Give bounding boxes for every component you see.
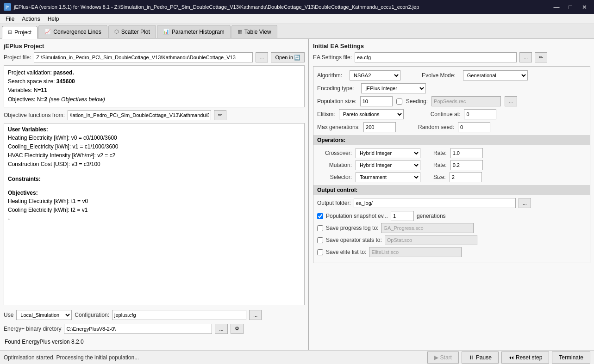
crossover-label: Crossover:: [317, 150, 352, 156]
use-select[interactable]: Local_Simulation Remote: [16, 310, 72, 320]
mutation-rate-input[interactable]: [450, 160, 483, 170]
obj-line-1: Heating Electricity [kWh]: t1 = v0: [8, 197, 300, 206]
edit-ea-settings-button[interactable]: ✏: [535, 52, 547, 62]
maximize-button[interactable]: □: [564, 2, 576, 12]
settings-energyplus-button[interactable]: ⚙: [231, 324, 244, 334]
save-elite-label: Save elite list to:: [326, 249, 366, 255]
save-operator-checkbox[interactable]: [317, 237, 323, 243]
elitism-select[interactable]: Pareto solutions None Best N: [339, 109, 404, 119]
tab-scatter[interactable]: ⬡ Scatter Plot: [108, 25, 156, 38]
project-file-input[interactable]: [34, 52, 253, 62]
population-snapshot-label: Population snapshot ev...: [326, 213, 388, 219]
pause-button[interactable]: ⏸ Pause: [462, 352, 499, 364]
energyplus-version: Found EnergyPlus version 8.2.0: [5, 338, 305, 346]
save-progress-checkbox[interactable]: [317, 225, 323, 231]
encoding-type-select[interactable]: jEPlus Integer Binary Real: [361, 83, 426, 93]
mutation-row: Mutation: Hybrid Integer Bit Flip Gaussi…: [317, 160, 586, 170]
open-in-button[interactable]: Open in 🔄: [271, 52, 305, 62]
ea-settings-input[interactable]: [355, 52, 517, 62]
close-button[interactable]: ✕: [578, 2, 590, 12]
evolve-mode-select[interactable]: Generational Steady State: [463, 70, 528, 80]
tableview-tab-icon: ▦: [238, 29, 242, 35]
output-folder-label: Output folder:: [317, 200, 351, 206]
seeding-checkbox[interactable]: [396, 99, 402, 105]
reset-step-button[interactable]: ⏮ Reset step: [501, 352, 549, 364]
browse-seeding-button[interactable]: ...: [505, 96, 517, 106]
browse-energyplus-button[interactable]: ...: [215, 324, 227, 334]
app-icon: j+: [4, 3, 11, 11]
tab-scatter-label: Scatter Plot: [121, 29, 150, 35]
menu-help[interactable]: Help: [44, 15, 63, 23]
algorithm-select[interactable]: NSGA2 SPEA2 Random: [350, 70, 400, 80]
start-button[interactable]: ▶ Start: [427, 352, 459, 364]
validation-line1: Project validation: passed.: [8, 68, 300, 77]
selector-size-label: Size:: [433, 174, 446, 180]
histogram-tab-icon: 📊: [163, 29, 169, 35]
population-snapshot-input[interactable]: [391, 211, 414, 221]
crossover-rate-input[interactable]: [450, 148, 483, 158]
status-bar: Optimisation started. Processing the ini…: [0, 350, 594, 364]
validation-line3: Variables: N=11: [8, 86, 300, 95]
save-operator-row: Save operator stats to:: [317, 235, 586, 245]
browse-output-folder-button[interactable]: ...: [519, 198, 531, 208]
tab-tableview[interactable]: ▦ Table View: [231, 25, 277, 38]
energyplus-path-input[interactable]: [64, 324, 212, 334]
max-gen-input[interactable]: [363, 122, 396, 132]
objectives-title: Objectives:: [8, 190, 300, 196]
browse-config-button[interactable]: ...: [249, 310, 262, 320]
save-operator-label: Save operator stats to:: [326, 237, 382, 243]
status-text: Optimisation started. Processing the ini…: [4, 354, 139, 361]
left-panel-title: jEPlus Project: [4, 43, 305, 49]
right-panel: Initial EA Settings EA Settings file: ..…: [309, 39, 594, 350]
menu-file[interactable]: File: [2, 15, 18, 23]
pause-icon: ⏸: [469, 354, 474, 361]
population-snapshot-checkbox[interactable]: [317, 213, 323, 219]
ea-main-box: Algorithm: NSGA2 SPEA2 Random Evolve Mod…: [313, 66, 590, 263]
project-file-label: Project file:: [4, 54, 31, 61]
elitism-row: Elitism: Pareto solutions None Best N Co…: [317, 109, 586, 119]
max-gen-label: Max generations:: [317, 124, 360, 130]
obj-func-input[interactable]: [68, 110, 211, 120]
config-input[interactable]: [112, 310, 246, 320]
seeding-input[interactable]: [431, 96, 501, 106]
tab-histogram-label: Parameter Histogram: [172, 29, 225, 35]
minimize-button[interactable]: —: [550, 2, 563, 12]
selector-size-input[interactable]: [450, 172, 482, 182]
terminate-label: Terminate: [559, 354, 583, 361]
edit-obj-func-button[interactable]: ✏: [214, 110, 226, 120]
scroll-indicator: •: [8, 216, 300, 223]
tab-project[interactable]: ⊞ Project: [2, 26, 38, 39]
population-size-label: Population size:: [317, 98, 356, 105]
mutation-select[interactable]: Hybrid Integer Bit Flip Gaussian: [356, 160, 420, 170]
project-tab-icon: ⊞: [8, 29, 12, 35]
operators-section: Operators:: [313, 135, 590, 145]
pause-label: Pause: [476, 354, 492, 361]
reset-step-label: Reset step: [516, 354, 542, 361]
browse-ea-settings-button[interactable]: ...: [519, 52, 532, 62]
save-progress-label: Save progress log to:: [326, 225, 378, 231]
constraints-title: Constraints:: [8, 176, 300, 182]
encoding-type-label: Encoding type:: [317, 85, 354, 92]
convergence-tab-icon: 📈: [44, 29, 51, 35]
tab-histogram[interactable]: 📊 Parameter Histogram: [157, 25, 231, 38]
output-folder-input[interactable]: [354, 198, 516, 208]
population-row: Population size: Seeding: ...: [317, 96, 586, 106]
terminate-button[interactable]: Terminate: [552, 352, 590, 364]
tab-convergence[interactable]: 📈 Convergence Lines: [38, 25, 107, 38]
save-operator-input[interactable]: [385, 235, 477, 245]
menu-actions[interactable]: Actions: [18, 15, 44, 23]
user-vars-title: User Variables:: [8, 126, 300, 133]
continue-at-input[interactable]: [464, 109, 496, 119]
selector-select[interactable]: Tournament Roulette Random: [356, 172, 420, 182]
save-elite-input[interactable]: [369, 247, 462, 257]
max-gen-row: Max generations: Random seed:: [317, 122, 586, 132]
random-seed-input[interactable]: [458, 122, 490, 132]
crossover-select[interactable]: Hybrid Integer Single Point Uniform: [356, 148, 420, 158]
open-in-label: Open in: [275, 55, 293, 60]
start-label: Start: [440, 354, 452, 361]
population-size-input[interactable]: [360, 96, 393, 106]
save-elite-checkbox[interactable]: [317, 249, 323, 255]
save-progress-input[interactable]: [381, 223, 474, 233]
browse-project-button[interactable]: ...: [256, 52, 268, 62]
tab-convergence-label: Convergence Lines: [53, 29, 101, 35]
